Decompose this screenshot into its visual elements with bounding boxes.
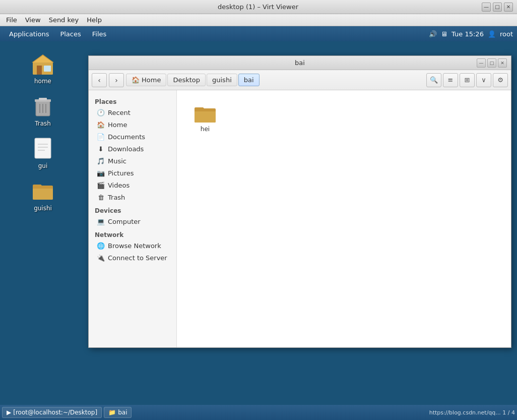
maximize-button[interactable]: □ — [493, 3, 502, 12]
close-button[interactable]: ✕ — [504, 3, 513, 12]
downloads-icon: ⬇ — [97, 145, 105, 153]
svg-marker-5 — [33, 55, 53, 63]
sidebar-item-trash[interactable]: 🗑 Trash — [89, 191, 176, 203]
sidebar-network-heading: Network — [89, 229, 176, 239]
sidebar-videos-label: Videos — [108, 182, 130, 189]
desktop-app-menu: Applications Places Files — [4, 29, 111, 39]
sidebar-devices-heading: Devices — [89, 205, 176, 215]
taskbar-fm-icon: 📁 — [108, 409, 116, 416]
fm-search-button[interactable]: 🔍 — [426, 73, 441, 87]
sidebar-places-heading: Places — [89, 96, 176, 106]
music-icon: 🎵 — [97, 157, 105, 165]
sidebar-trash-label: Trash — [108, 194, 125, 201]
sidebar-pictures-label: Pictures — [108, 169, 134, 177]
breadcrumb-desktop-label: Desktop — [173, 76, 200, 84]
menu-file[interactable]: File — [2, 15, 21, 25]
desktop-right-area: 🔊 🖥 Tue 15:26 👤 root — [429, 30, 513, 38]
home-bread-icon: 🏠 — [132, 76, 140, 84]
guishi-icon-label: guishi — [34, 205, 52, 212]
desktop-top-bar: Applications Places Files 🔊 🖥 Tue 15:26 … — [0, 26, 517, 41]
fm-sort-button[interactable]: ∨ — [476, 73, 491, 87]
forward-arrow-icon: › — [115, 76, 118, 84]
fm-close-button[interactable]: ✕ — [498, 58, 507, 68]
sidebar-recent-label: Recent — [108, 109, 131, 116]
sidebar-item-pictures[interactable]: 📷 Pictures — [89, 167, 176, 179]
sidebar-item-music[interactable]: 🎵 Music — [89, 155, 176, 167]
recent-icon: 🕐 — [97, 108, 105, 116]
file-manager-window: bai — □ ✕ ‹ › 🏠 Home Desktop guishi — [88, 55, 511, 348]
sidebar-item-recent[interactable]: 🕐 Recent — [89, 106, 176, 118]
breadcrumb-guishi-label: guishi — [212, 76, 232, 84]
minimize-button[interactable]: — — [482, 3, 491, 12]
user-icon: 👤 — [488, 30, 496, 38]
desktop-icon-trash[interactable]: Trash — [23, 92, 63, 129]
breadcrumb-bai-label: bai — [244, 76, 254, 84]
sidebar-item-computer[interactable]: 💻 Computer — [89, 215, 176, 227]
taskbar-url: https://blog.csdn.net/qq... — [429, 409, 501, 416]
gear-icon: ⚙ — [497, 76, 503, 84]
taskbar-terminal[interactable]: ▶ [root@localhost:~/Desktop] — [2, 407, 102, 418]
virt-viewer-menu-bar: File View Send key Help — [0, 14, 517, 26]
list-view-icon: ≡ — [448, 76, 454, 84]
computer-icon: 💻 — [97, 217, 105, 225]
svg-rect-13 — [35, 138, 51, 158]
svg-rect-2 — [37, 66, 42, 75]
trash-sidebar-icon: 🗑 — [97, 193, 105, 201]
desktop-icon-gui[interactable]: gui — [23, 134, 63, 171]
trash-icon-label: Trash — [35, 120, 51, 127]
sidebar-item-documents[interactable]: 📄 Documents — [89, 131, 176, 143]
fm-maximize-button[interactable]: □ — [487, 58, 496, 68]
applications-menu-button[interactable]: Applications — [4, 29, 54, 39]
sidebar-documents-label: Documents — [108, 133, 145, 141]
files-menu-button[interactable]: Files — [87, 29, 112, 39]
sort-icon: ∨ — [481, 76, 486, 84]
sidebar-connect-server-label: Connect to Server — [108, 254, 167, 262]
desktop-icon-home[interactable]: home — [23, 49, 63, 87]
home-folder-icon — [31, 51, 55, 76]
fm-grid-view-button[interactable]: ⊞ — [460, 73, 475, 87]
sidebar-item-connect-server[interactable]: 🔌 Connect to Server — [89, 252, 176, 264]
sound-icon[interactable]: 🔊 — [429, 30, 437, 38]
username: root — [500, 30, 513, 38]
file-item-hei[interactable]: hei — [185, 98, 225, 136]
taskbar-fm-label: bai — [118, 409, 127, 416]
fm-title-bar: bai — □ ✕ — [89, 56, 511, 70]
fm-back-button[interactable]: ‹ — [92, 73, 107, 87]
sidebar-item-browse-network[interactable]: 🌐 Browse Network — [89, 239, 176, 252]
gui-icon-label: gui — [38, 162, 48, 169]
sidebar-item-videos[interactable]: 🎬 Videos — [89, 179, 176, 191]
breadcrumb-guishi[interactable]: guishi — [207, 74, 237, 86]
menu-help[interactable]: Help — [83, 15, 106, 25]
fm-settings-button[interactable]: ⚙ — [493, 73, 508, 87]
taskbar-right-area: https://blog.csdn.net/qq... 1 / 4 — [429, 409, 515, 416]
breadcrumb-desktop[interactable]: Desktop — [167, 74, 206, 86]
fm-list-view-button[interactable]: ≡ — [443, 73, 458, 87]
home-icon-label: home — [34, 78, 51, 85]
svg-rect-12 — [39, 98, 47, 100]
breadcrumb-home[interactable]: 🏠 Home — [126, 74, 166, 86]
breadcrumb-bai[interactable]: bai — [238, 74, 260, 86]
fm-sidebar: Places 🕐 Recent 🏠 Home 📄 Documents ⬇ Dow… — [89, 90, 177, 347]
taskbar-page: 1 / 4 — [502, 409, 515, 416]
fm-content-area: hei — [177, 90, 511, 347]
sidebar-item-home[interactable]: 🏠 Home — [89, 118, 176, 131]
display-icon[interactable]: 🖥 — [441, 30, 447, 38]
hei-folder-label: hei — [201, 126, 210, 133]
menu-sendkey[interactable]: Send key — [45, 15, 83, 25]
connect-server-icon: 🔌 — [97, 254, 105, 262]
sidebar-item-downloads[interactable]: ⬇ Downloads — [89, 143, 176, 155]
breadcrumb-home-label: Home — [142, 76, 161, 84]
fm-forward-button[interactable]: › — [109, 73, 124, 87]
menu-view[interactable]: View — [21, 15, 45, 25]
desktop-icon-guishi[interactable]: guishi — [23, 176, 63, 214]
window-title: desktop (1) – Virt Viewer — [34, 3, 482, 11]
fm-toolbar: ‹ › 🏠 Home Desktop guishi bai 🔍 — [89, 70, 511, 90]
sidebar-downloads-label: Downloads — [108, 145, 144, 153]
places-menu-button[interactable]: Places — [55, 29, 86, 39]
taskbar-fm[interactable]: 📁 bai — [104, 407, 132, 418]
search-icon: 🔍 — [430, 76, 438, 84]
fm-minimize-button[interactable]: — — [477, 58, 486, 68]
sidebar-browse-network-label: Browse Network — [108, 242, 161, 250]
sidebar-music-label: Music — [108, 157, 126, 165]
documents-icon: 📄 — [97, 133, 105, 141]
